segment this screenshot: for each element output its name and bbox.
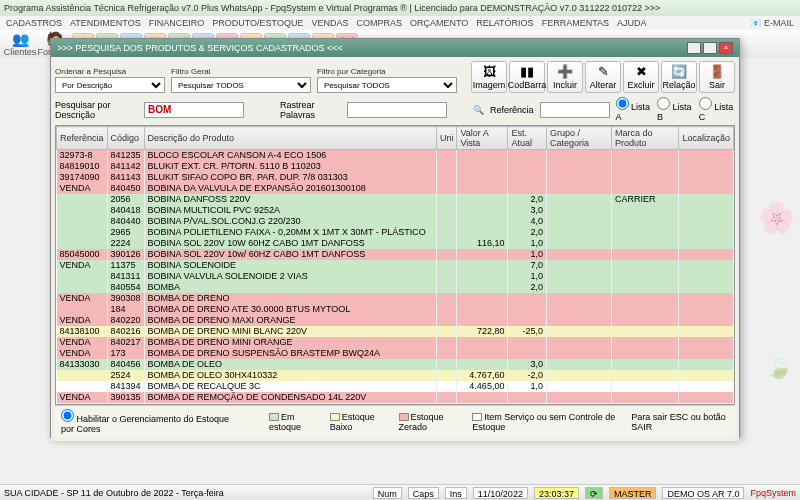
table-row[interactable]: 2224BOBINA SOL 220V 10W 60HZ CABO 1MT DA… [57,238,734,249]
fc-select[interactable]: Pesquisar TODOS [317,77,457,93]
col-header[interactable]: Uni [436,127,457,150]
table-row[interactable]: 840554BOMBA2,0 [57,282,734,293]
status-caps: Caps [408,487,439,499]
table-row[interactable]: 32973-8841235BLOCO ESCOLAR CANSON A-4 EC… [57,150,734,161]
table-row[interactable]: VENDA840220BOMBA DE DRENO MAXI ORANGE [57,315,734,326]
ref-input[interactable] [540,102,610,118]
action-alterar[interactable]: ✎Alterar [585,61,621,93]
table-row[interactable]: VENDA840217BOMBA DE DRENO MINI ORANGE [57,337,734,348]
fg-select[interactable]: Pesquisar TODOS [171,77,311,93]
search-icon[interactable]: 🔍 [473,105,484,115]
email-btn[interactable]: E-MAIL [764,18,794,28]
legend-item: Estoque Zerado [399,412,461,432]
bg-decoration [758,200,794,380]
radio-lista-b[interactable]: Lista B [657,97,693,122]
menu-cadastros[interactable]: CADASTROS [6,18,62,28]
table-row[interactable]: 2524BOMBA DE OLEO 30HX4103324.767,60-2,0 [57,370,734,381]
table-row[interactable]: 840440BOBINA P/VAL.SOL.CONJ.G 220/2304,0 [57,216,734,227]
ord-label: Ordenar a Pesquisa [55,67,165,76]
status-date: 11/10/2022 [473,487,528,499]
action-excluir[interactable]: ✖Excluir [623,61,659,93]
legend-item: Estoque Baixo [330,412,387,432]
results-grid[interactable]: ReferênciaCódigoDescrição do ProdutoUniV… [55,125,735,405]
action-icon: 🔄 [671,64,687,79]
status-sys: FpqSystem [750,488,796,498]
status-demo: DEMO OS AR 7.0 [662,487,744,499]
action-relação[interactable]: 🔄Relação [661,61,697,93]
menu-orc[interactable]: ORÇAMENTO [410,18,468,28]
menu-ferr[interactable]: FERRAMENTAS [542,18,609,28]
search-dialog: >>> PESQUISA DOS PRODUTOS & SERVIÇOS CAD… [50,38,740,438]
table-row[interactable]: 39174090841143BLUKIT SIFAO COPO BR. PAR.… [57,172,734,183]
status-num: Num [373,487,402,499]
menu-rel[interactable]: RELATÓRIOS [476,18,533,28]
menu-compras[interactable]: COMPRAS [356,18,402,28]
table-row[interactable]: 2056BOBINA DANFOSS 220V2,0CARRIER [57,194,734,205]
table-row[interactable]: VENDA390135BOMBA DE REMOÇÃO DE CONDENSAD… [57,392,734,403]
radio-lista-a[interactable]: Lista A [616,97,651,122]
action-icon: 🚪 [709,64,725,79]
action-icon: 🖼 [483,64,496,79]
max-button[interactable]: □ [703,42,717,54]
radio-lista-c[interactable]: Lista C [699,97,735,122]
status-time: 23:03:37 [534,487,579,499]
fc-label: Filtro por Categoria [317,67,457,76]
col-header[interactable]: Valor A Vista [457,127,508,150]
action-incluir[interactable]: ➕Incluir [547,61,583,93]
menu-fin[interactable]: FINANCEIRO [149,18,205,28]
pd-label: Pesquisar por Descrição [55,100,138,120]
action-sair[interactable]: 🚪Sair [699,61,735,93]
menu-prod[interactable]: PRODUTO/ESTOQUE [212,18,303,28]
menu-atend[interactable]: ATENDIMENTOS [70,18,141,28]
menu-vendas[interactable]: VENDAS [311,18,348,28]
table-row[interactable]: VENDA11375BOBINA SOLENOIDE7,0 [57,260,734,271]
table-row[interactable]: VENDA840450BOBINA DA VALVULA DE EXPANSÃO… [57,183,734,194]
search-input[interactable] [144,102,244,118]
rp-label: Rastrear Palavras [280,100,341,120]
action-icon: ➕ [557,64,573,79]
table-row[interactable]: VENDA390308BOMBA DE DRENO [57,293,734,304]
ref-label: Referência [490,105,534,115]
exit-hint: Para sair ESC ou botão SAIR [631,412,729,432]
table-row[interactable]: VENDA173BOMBA DE DRENO SUSPENSÃO BRASTEM… [57,348,734,359]
table-row[interactable]: 85045000390126BOBINA SOL 220V 10w/ 60HZ … [57,249,734,260]
table-row[interactable]: 84138100840216BOMBA DE DRENO MINI BLANC … [57,326,734,337]
action-codbarra[interactable]: ▮▮CodBarra [509,61,545,93]
action-imagem[interactable]: 🖼Imagem [471,61,507,93]
col-header[interactable]: Descrição do Produto [144,127,436,150]
table-row[interactable]: 841394BOMBA DE RECALQUE 3C4.465,001,0 [57,381,734,392]
table-row[interactable]: 841311BOBINA VALVULA SOLENOIDE 2 VIAS1,0 [57,271,734,282]
table-row[interactable]: 184BOMBA DE DRENO ATE 30.0000 BTUS MYTOO… [57,304,734,315]
col-header[interactable]: Referência [57,127,108,150]
col-header[interactable]: Est. Atual [508,127,547,150]
close-button[interactable]: × [719,42,733,54]
menubar: CADASTROS ATENDIMENTOS FINANCEIRO PRODUT… [0,16,800,30]
dialog-title: >>> PESQUISA DOS PRODUTOS & SERVIÇOS CAD… [57,43,343,53]
rastrear-input[interactable] [347,102,447,118]
col-header[interactable]: Grupo / Categoria [547,127,612,150]
table-row[interactable]: 840418BOBINA MULTICOIL PVC 9252A3,0 [57,205,734,216]
col-header[interactable]: Código [107,127,144,150]
ord-select[interactable]: Por Descrição [55,77,165,93]
statusbar: SUA CIDADE - SP 11 de Outubro de 2022 - … [0,484,800,500]
btn-clientes[interactable]: 👥Clientes [4,31,36,57]
col-header[interactable]: Marca do Produto [612,127,679,150]
fg-label: Filtro Geral [171,67,311,76]
legend-item: Em estoque [269,412,318,432]
menu-ajuda[interactable]: AJUDA [617,18,647,28]
legend-checkbox[interactable]: Habilitar o Gerenciamento do Estoque por… [61,409,235,434]
action-icon: ✖ [636,64,647,79]
people-icon: 👥 [12,31,29,47]
min-button[interactable]: _ [687,42,701,54]
table-row[interactable]: 84133030840456BOMBA DE OLEO3,0 [57,359,734,370]
legend-item: Item Serviço ou sem Controle de Estoque [472,412,617,432]
status-user: MASTER [609,487,657,499]
action-icon: ✎ [598,64,609,79]
table-row[interactable]: 2965BOBINA POLIETILENO FAIXA - 0,20MM X … [57,227,734,238]
col-header[interactable]: Localização [679,127,734,150]
table-row[interactable]: 84819010841142BLUKIT EXT. CR. P/TORN. 51… [57,161,734,172]
status-loc: SUA CIDADE - SP 11 de Outubro de 2022 - … [4,488,224,498]
status-ins: Ins [445,487,467,499]
status-sync: ⟳ [585,487,603,499]
app-title: Programa Assistência Técnica Refrigeraçã… [4,3,660,13]
